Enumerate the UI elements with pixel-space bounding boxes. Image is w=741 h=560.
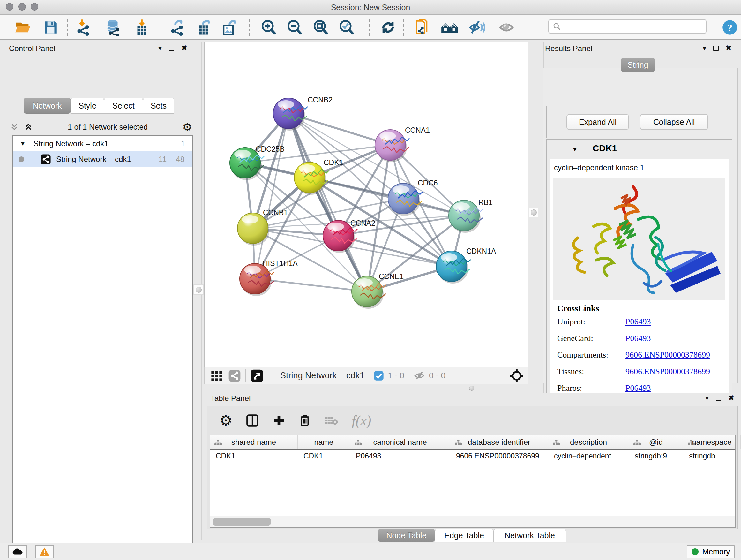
horizontal-scrollbar[interactable] [210, 516, 735, 527]
expand-all-button[interactable]: Expand All [566, 114, 629, 130]
scrollbar-thumb[interactable] [212, 518, 271, 526]
table-cell[interactable]: stringdb [689, 452, 715, 460]
node-CDK1[interactable]: CDK1 [294, 159, 343, 195]
crosslink-link[interactable]: P06493 [625, 383, 651, 393]
network-collection-row[interactable]: ▼ String Network – cdk1 1 [13, 136, 192, 151]
import-network-database-button[interactable] [104, 18, 123, 37]
tab-network-table[interactable]: Network Table [493, 529, 566, 542]
import-table-file-button[interactable] [132, 18, 151, 37]
cloud-button[interactable] [8, 545, 27, 558]
column-header-database-identifier[interactable]: database identifier [450, 435, 548, 449]
node-table[interactable]: shared namenamecanonical namedatabase id… [210, 435, 736, 528]
entry-disclosure-icon[interactable]: ▼ [571, 145, 578, 153]
close-panel-icon[interactable]: ✖ [726, 45, 731, 52]
right-splitter-handle[interactable] [529, 207, 538, 217]
close-panel-icon[interactable]: ✖ [181, 45, 187, 52]
collapse-panel-icon[interactable]: ▾ [705, 395, 709, 401]
warnings-button[interactable] [35, 545, 54, 558]
column-header-namespace[interactable]: namespace [683, 435, 741, 449]
crosslink-link[interactable]: P06493 [625, 334, 651, 343]
network-options-gear-icon[interactable]: ⚙ [183, 122, 192, 132]
crosslink-link[interactable]: 9606.ENSP00000378699 [625, 350, 710, 360]
tab-sets[interactable]: Sets [143, 98, 174, 114]
table-cell[interactable]: CDK1 [304, 452, 323, 460]
memory-button[interactable]: Memory [687, 545, 735, 558]
delete-column-icon[interactable] [299, 414, 311, 427]
table-cell[interactable]: stringdb:9... [635, 452, 673, 460]
table-cell[interactable]: CDK1 [216, 452, 235, 460]
table-cell[interactable]: 9606.ENSP00000378699 [456, 452, 539, 460]
float-panel-icon[interactable] [716, 395, 721, 401]
create-column-icon[interactable] [273, 414, 285, 427]
apply-layout-button[interactable] [379, 18, 397, 37]
selected-checkbox-icon[interactable] [374, 371, 384, 381]
crosslink-link[interactable]: 9606.ENSP00000378699 [625, 367, 710, 376]
table-options-gear-icon[interactable]: ⚙ [219, 413, 232, 428]
float-panel-icon[interactable] [713, 46, 719, 51]
zoom-out-button[interactable] [285, 18, 304, 37]
network-graph[interactable]: CCNB2CCNA1CDC25BCDK1CDC6RB1CCNB1CCNA2CDK… [205, 42, 528, 367]
column-header--id[interactable]: @id [629, 435, 683, 449]
search-field[interactable] [548, 19, 706, 34]
network-canvas[interactable]: CCNB2CCNA1CDC25BCDK1CDC6RB1CCNB1CCNA2CDK… [204, 42, 528, 367]
collapse-all-button[interactable]: Collapse All [640, 114, 708, 130]
network-badge-gray-icon[interactable] [228, 369, 241, 382]
save-session-button[interactable] [42, 18, 60, 37]
tab-edge-table[interactable]: Edge Table [435, 529, 493, 542]
node-HIST1H1A[interactable]: HIST1H1A [240, 259, 298, 296]
left-splitter-handle[interactable] [193, 285, 204, 295]
collapse-panel-icon[interactable]: ▾ [703, 45, 706, 52]
open-session-button[interactable] [14, 18, 32, 37]
hide-glass-button[interactable] [468, 18, 487, 37]
node-CCNB2[interactable]: CCNB2 [273, 96, 333, 131]
export-network-button[interactable] [169, 18, 187, 37]
expand-all-tree-icon[interactable] [10, 122, 19, 132]
close-panel-icon[interactable]: ✖ [728, 395, 734, 401]
export-table-button[interactable] [195, 18, 213, 37]
tab-select[interactable]: Select [104, 98, 143, 114]
float-panel-icon[interactable] [169, 46, 174, 51]
node-CCNA1[interactable]: CCNA1 [375, 126, 430, 162]
show-columns-icon[interactable] [246, 414, 259, 427]
toolbar-separator [403, 19, 404, 36]
import-network-file-button[interactable] [75, 18, 93, 37]
hidden-eye-icon[interactable] [414, 370, 425, 381]
node-CCNE1[interactable]: CCNE1 [352, 272, 404, 309]
horizontal-splitter-handle[interactable] [467, 385, 477, 391]
table-cell[interactable]: P06493 [356, 452, 381, 460]
tab-style[interactable]: Style [71, 98, 104, 114]
node-CDC6[interactable]: CDC6 [388, 179, 438, 216]
zoom-fit-button[interactable] [311, 18, 330, 37]
zoom-selected-button[interactable] [337, 18, 355, 37]
open-view-icon[interactable] [250, 369, 264, 382]
column-header-canonical-name[interactable]: canonical name [350, 435, 450, 449]
export-image-button[interactable] [220, 18, 239, 37]
column-header-shared-name[interactable]: shared name [210, 435, 298, 449]
string-import-button[interactable] [414, 18, 432, 37]
node-RB1[interactable]: RB1 [449, 198, 493, 233]
toolbar-separator [249, 19, 250, 36]
node-CDKN1A[interactable]: CDKN1A [436, 247, 496, 284]
grid-view-icon[interactable] [210, 369, 223, 382]
tab-network[interactable]: Network [23, 98, 71, 114]
zoom-in-button[interactable] [259, 18, 278, 37]
column-header-description[interactable]: description [548, 435, 629, 449]
collapse-panel-icon[interactable]: ▾ [158, 45, 162, 52]
node-CCNA2[interactable]: CCNA2 [323, 219, 375, 253]
edge-CCNB2-HIST1H1A[interactable] [255, 113, 288, 279]
birdseye-crosshair-icon[interactable] [509, 368, 524, 383]
crosslink-link[interactable]: P06493 [625, 317, 651, 327]
show-glass-button[interactable] [497, 18, 516, 37]
collection-disclosure-icon[interactable]: ▼ [20, 140, 26, 147]
edge-CCNB2-CCNE1[interactable] [288, 113, 367, 292]
collapse-all-tree-icon[interactable] [23, 122, 33, 132]
search-input[interactable] [561, 22, 701, 31]
tab-string[interactable]: String [621, 58, 655, 72]
edge-HIST1H1A-CCNE1[interactable] [255, 279, 367, 292]
help-button[interactable]: ? [721, 18, 739, 37]
home-browser-button[interactable] [441, 18, 459, 37]
column-header-name[interactable]: name [298, 435, 350, 449]
network-row[interactable]: String Network – cdk1 11 48 [13, 151, 192, 167]
tab-node-table[interactable]: Node Table [378, 529, 435, 542]
table-cell[interactable]: cyclin–dependent ... [554, 452, 619, 460]
